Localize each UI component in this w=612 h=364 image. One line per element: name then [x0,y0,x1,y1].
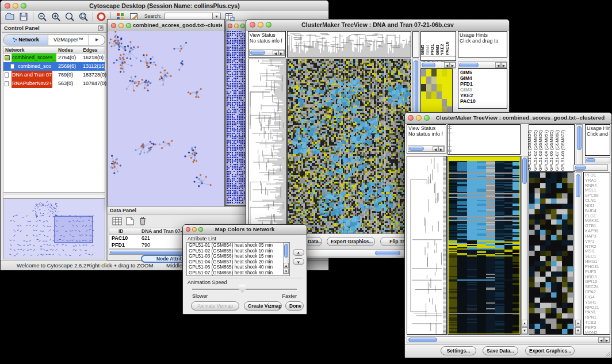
scroll-up-icon[interactable]: ▲ [522,320,527,327]
col-nodes[interactable]: Nodes [58,47,73,53]
network-tree[interactable]: combined_scores_2764(0)16218(0)combined_… [3,53,105,193]
move-up-button[interactable]: ∧ [293,249,304,256]
dialog-titlebar[interactable]: Map Colors to Network [183,225,307,235]
zoom-window-icon[interactable] [240,24,245,28]
animate-vizmap-button[interactable]: Animate Vizmap [191,301,239,311]
open-file-icon[interactable] [5,12,15,21]
attribute-item[interactable]: GPL51-02 (GSM855) heat shock 10 min [187,248,282,254]
scrollbar-thumb[interactable] [408,338,437,342]
scroll-up-icon[interactable]: ▲ [284,263,289,268]
tv1-gene-label[interactable]: GIM4 [460,75,507,81]
scroll-down-icon[interactable]: ▼ [284,269,289,274]
col-network[interactable]: Network [5,47,25,53]
scroll-up-icon[interactable]: ▲ [575,320,581,327]
tv1-top-scroll-strip[interactable] [412,31,419,58]
tv2-heatmap-canvas[interactable] [448,156,520,334]
network-window-titlebar[interactable]: combined_scores_good.txt--cluste... [108,20,224,32]
scrollbar-thumb[interactable] [284,244,288,258]
treeview2-titlebar[interactable]: ClusterMaker TreeView : combined_scores_… [405,113,611,124]
network-overview-canvas[interactable] [3,199,105,259]
overview-divider[interactable] [3,194,105,198]
close-icon[interactable] [111,23,116,28]
network-overview-panel[interactable] [3,198,105,259]
tv1-column-dendrogram-canvas[interactable] [288,32,411,57]
scrollbar-thumb[interactable] [576,174,580,197]
scroll-down-icon[interactable]: ▼ [575,327,581,334]
scroll-left-icon[interactable]: ◀ [433,146,438,151]
tv2-settings-button[interactable]: Settings... [441,346,476,355]
tv2-row-dendrogram-canvas[interactable] [407,156,446,334]
network-table-header[interactable]: Network Nodes Edges [3,47,105,53]
done-button[interactable]: Done [285,301,304,311]
treeview1-titlebar[interactable]: ClusterMaker TreeView : DNA and Tran 07-… [246,20,509,30]
cytoscape-titlebar[interactable]: Cytoscape Desktop (Session Name: collins… [1,1,328,12]
zoom-in-icon[interactable] [51,12,61,22]
combined_sco[interactable]: combined_sco2569(6)13112(15) [3,62,105,71]
zoom-out-icon[interactable] [37,12,47,22]
save-icon[interactable] [19,12,28,21]
tv1-heatmap-canvas[interactable] [288,59,411,236]
tv2-column-dendrogram-canvas[interactable] [448,125,520,154]
scroll-down-icon[interactable]: ▼ [522,327,527,334]
attribute-item[interactable]: GPL51-03 (GSM856) heat shock 15 min [187,254,282,259]
move-down-button[interactable]: ∨ [293,258,304,265]
tv2-export-graphics-button[interactable]: Export Graphics... [525,346,575,355]
RNAPuberNov2+[interactable]: RNAPuberNov2+563(0)107847(0) [3,79,105,88]
tv2-bottom-hscrollbar[interactable]: ◀ ▶ [407,336,610,343]
tv2-status-hscrollbar[interactable]: ◀ ▶ [408,145,445,152]
zoom-selected-icon[interactable] [79,12,89,22]
scroll-left-icon[interactable]: ◀ [495,62,501,68]
scroll-right-icon[interactable]: ▶ [438,146,444,151]
data-col-id[interactable]: ID [118,228,124,234]
delete-attribute-icon[interactable] [139,216,147,225]
tv2-usage-hscrollbar[interactable] [585,157,610,163]
tv1-export-graphics-button[interactable]: Export Graphics... [327,237,375,246]
tv2-heatmap-vscrollbar[interactable]: ▲ ▼ [521,156,528,335]
minimize-icon[interactable] [118,23,124,28]
minimize-icon[interactable] [234,24,239,28]
minimize-icon[interactable] [416,115,422,121]
tv1-gene-label[interactable]: PFD1 [460,81,507,87]
tv2-save-data-button[interactable]: Save Data... [483,346,518,355]
tv1-row-dendrogram-canvas[interactable] [248,59,286,236]
scrollbar-thumb[interactable] [577,126,582,150]
scrollbar-thumb[interactable] [522,158,527,184]
scrollbar-thumb[interactable] [575,166,586,170]
zoom-window-icon[interactable] [424,115,430,121]
scrollbar-thumb[interactable] [459,63,479,67]
DNA and Tran 07[interactable]: DNA and Tran 07769(0)183728(0) [3,71,105,79]
help-lifesaver-icon[interactable] [97,12,106,22]
attribute-item[interactable]: GPL51-07 (GSM868) heat shock 60 min [187,270,282,276]
export-table-icon[interactable] [225,12,235,21]
tab-overflow-icon[interactable]: ▶ [89,35,105,45]
attribute-list-vscrollbar[interactable]: ▲ ▼ [283,243,289,274]
col-edges[interactable]: Edges [83,47,98,53]
tab-vizmapper[interactable]: VizMapper™ [48,35,90,45]
resize-grip[interactable] [604,350,611,357]
tv1-gene-label[interactable]: YKE2 [460,93,507,98]
tv1-gene-label[interactable]: PAC10 [460,98,507,104]
scroll-left-icon[interactable]: ◀ [273,50,278,55]
tab-network[interactable]: Network [4,35,48,45]
attribute-list[interactable]: GPL51-01 (GSM854) heat shock 05 minGPL51… [186,242,290,276]
scrollbar-thumb[interactable] [250,51,265,55]
scrollbar-thumb[interactable] [586,158,595,162]
close-icon[interactable] [228,24,232,28]
combined_scores_[interactable]: combined_scores_2764(0)16218(0) [3,53,105,62]
scroll-right-icon[interactable]: ▶ [501,62,507,68]
close-icon[interactable] [408,115,414,121]
attribute-table-icon[interactable] [112,217,122,225]
scrollbar-thumb[interactable] [409,147,424,151]
scroll-right-icon[interactable]: ▶ [278,50,284,55]
attribute-item[interactable]: GPL51-04 (GSM857) heat shock 20 min [187,259,282,265]
tv2-summary-vscrollbar[interactable]: ▲ ▼ [575,172,582,335]
tv2-gene-label[interactable]: MON2 [585,331,610,335]
attribute-item[interactable]: GPL51-01 (GSM854) heat shock 05 min [187,243,282,248]
zoom-fit-icon[interactable] [65,12,75,22]
scroll-right-icon[interactable]: ▶ [604,337,610,343]
scroll-left-icon[interactable]: ◀ [444,62,450,68]
float-panel-icon[interactable] [98,25,104,31]
new-attribute-icon[interactable] [126,217,134,225]
tv2-genelist-hscrollbar[interactable] [573,164,608,171]
tv1-summary-hscrollbar[interactable]: ◀ ▶ [420,62,456,68]
